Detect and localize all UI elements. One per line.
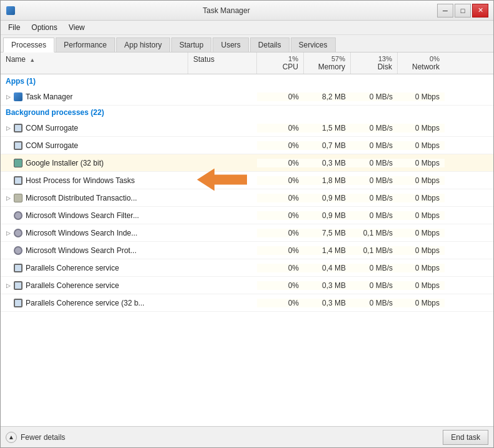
expand-button[interactable]: ▷ (3, 193, 13, 203)
network-cell: 0 Mbps (398, 211, 445, 220)
process-name-label: Microsoft Windows Search Prot... (26, 246, 136, 255)
tab-bar: Processes Performance App history Startu… (1, 35, 493, 52)
end-task-button[interactable]: End task (443, 430, 488, 445)
fewer-details-label: Fewer details (21, 433, 65, 442)
memory-cell: 8,2 MB (304, 92, 351, 101)
footer: ▲ Fewer details End task (1, 426, 493, 447)
col-header-disk[interactable]: 13% Disk (351, 52, 398, 74)
table-row[interactable]: Microsoft Windows Search Prot... 0% 1,4 … (1, 242, 493, 259)
table-row[interactable]: Host Process for Windows Tasks 0% 1,8 MB (1, 172, 493, 189)
fewer-details-button[interactable]: ▲ Fewer details (6, 432, 65, 443)
process-icon (13, 141, 23, 151)
group-header-background: Background processes (22) (1, 106, 493, 119)
memory-cell: 0,4 MB (304, 264, 351, 272)
cpu-cell: 0% (257, 211, 304, 220)
process-icon (13, 298, 23, 308)
group-header-apps: Apps (1) (1, 74, 493, 88)
process-name-label: Google Installer (32 bit) (26, 159, 104, 167)
cpu-cell: 0% (257, 246, 304, 255)
disk-cell: 0,1 MB/s (351, 229, 398, 237)
process-icon (13, 123, 23, 133)
disk-cell: 0 MB/s (351, 211, 398, 220)
tab-details[interactable]: Details (250, 37, 290, 52)
table-row[interactable]: Microsoft Windows Search Filter... 0% 0,… (1, 207, 493, 224)
process-table-scroll[interactable]: Apps (1) ▷ Task Manager 0% 8,2 MB 0 MB/s (1, 74, 493, 426)
menu-view[interactable]: View (64, 22, 90, 33)
menu-file[interactable]: File (3, 22, 25, 33)
process-name-label: Microsoft Windows Search Filter... (26, 211, 139, 220)
disk-cell: 0 MB/s (351, 159, 398, 167)
process-name-label: Microsoft Distributed Transactio... (26, 194, 137, 202)
table-row[interactable]: ▷ Microsoft Distributed Transactio... 0%… (1, 189, 493, 207)
col-header-cpu[interactable]: 1% CPU (257, 52, 304, 74)
menu-options[interactable]: Options (26, 22, 62, 33)
process-icon (13, 193, 23, 203)
memory-cell: 0,9 MB (304, 211, 351, 220)
table-row[interactable]: COM Surrogate 0% 0,7 MB 0 MB/s 0 Mbps (1, 137, 493, 154)
table-row[interactable]: Parallels Coherence service (32 b... 0% … (1, 294, 493, 312)
process-name-cell: COM Surrogate (1, 141, 188, 151)
process-icon (13, 92, 23, 102)
network-cell: 0 Mbps (398, 264, 445, 272)
memory-cell: 0,3 MB (304, 281, 351, 290)
process-name-cell: Microsoft Windows Search Prot... (1, 246, 188, 256)
process-name-label: Microsoft Windows Search Inde... (26, 229, 138, 237)
expand-button[interactable]: ▷ (3, 281, 13, 291)
window-controls: ─ □ ✕ (437, 4, 488, 17)
memory-cell: 0,3 MB (304, 299, 351, 307)
task-manager-window: Task Manager ─ □ ✕ File Options View Pro… (0, 0, 494, 448)
sort-arrow-icon: ▲ (29, 57, 35, 63)
tab-app-history[interactable]: App history (116, 37, 170, 52)
minimize-button[interactable]: ─ (437, 4, 453, 17)
tab-services[interactable]: Services (291, 37, 336, 52)
memory-cell: 7,5 MB (304, 229, 351, 237)
close-button[interactable]: ✕ (472, 4, 488, 17)
process-name-label: Host Process for Windows Tasks (26, 176, 135, 185)
process-table-area: Apps (1) ▷ Task Manager 0% 8,2 MB 0 MB/s (1, 74, 493, 426)
svg-marker-0 (197, 168, 247, 191)
process-name-cell: Host Process for Windows Tasks (1, 176, 188, 186)
process-name-label: Parallels Coherence service (26, 281, 119, 290)
disk-cell: 0,1 MB/s (351, 246, 398, 255)
process-name-cell: ▷ Parallels Coherence service (1, 281, 188, 291)
cpu-cell: 0% (257, 299, 304, 307)
network-cell: 0 Mbps (398, 281, 445, 290)
expand-button[interactable]: ▷ (3, 228, 13, 238)
cpu-cell: 0% (257, 281, 304, 290)
process-name-cell: ▷ Task Manager (1, 92, 188, 102)
annotation-arrow (197, 168, 247, 192)
memory-cell: 0,9 MB (304, 194, 351, 202)
cpu-cell: 0% (257, 264, 304, 272)
disk-cell: 0 MB/s (351, 92, 398, 101)
disk-cell: 0 MB/s (351, 124, 398, 132)
maximize-button[interactable]: □ (455, 4, 471, 17)
table-row[interactable]: Google Installer (32 bit) 0% 0,3 MB 0 MB… (1, 154, 493, 172)
memory-cell: 1,8 MB (304, 176, 351, 185)
disk-cell: 0 MB/s (351, 176, 398, 185)
table-row[interactable]: Parallels Coherence service 0% 0,4 MB 0 … (1, 259, 493, 277)
cpu-cell: 0% (257, 141, 304, 150)
process-name-cell: ▷ Microsoft Distributed Transactio... (1, 193, 188, 203)
disk-cell: 0 MB/s (351, 299, 398, 307)
col-header-memory[interactable]: 57% Memory (304, 52, 351, 74)
tab-processes[interactable]: Processes (3, 37, 54, 52)
cpu-cell: 0% (257, 229, 304, 237)
table-row[interactable]: ▷ Parallels Coherence service 0% 0,3 MB … (1, 277, 493, 294)
process-name-cell: ▷ Microsoft Windows Search Inde... (1, 228, 188, 238)
expand-button[interactable]: ▷ (3, 123, 13, 133)
expand-button[interactable]: ▷ (3, 92, 13, 102)
tab-users[interactable]: Users (213, 37, 248, 52)
process-name-label: Parallels Coherence service (26, 264, 119, 272)
col-header-status[interactable]: Status (188, 52, 257, 74)
col-header-name[interactable]: Name ▲ (1, 52, 188, 74)
col-header-network[interactable]: 0% Network (398, 52, 445, 74)
tab-performance[interactable]: Performance (56, 37, 115, 52)
tab-startup[interactable]: Startup (171, 37, 212, 52)
process-icon (13, 246, 23, 256)
process-icon (13, 158, 23, 168)
table-row[interactable]: ▷ Microsoft Windows Search Inde... 0% 7,… (1, 224, 493, 242)
table-row[interactable]: ▷ COM Surrogate 0% 1,5 MB 0 MB/s 0 Mbps (1, 119, 493, 137)
network-cell: 0 Mbps (398, 92, 445, 101)
network-cell: 0 Mbps (398, 194, 445, 202)
table-row[interactable]: ▷ Task Manager 0% 8,2 MB 0 MB/s 0 Mbps (1, 88, 493, 106)
